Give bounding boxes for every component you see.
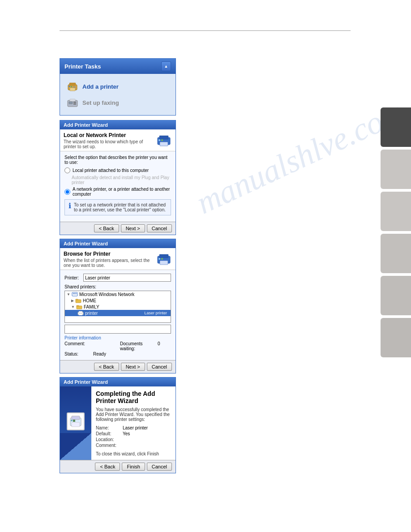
wizard-1-radio-network[interactable]: A network printer, or a printer attached…	[64, 187, 171, 197]
wizard-1-footer: < Back Next > Cancel	[60, 222, 176, 235]
printer-tasks-body: Add a printer Set up faxing	[60, 74, 176, 115]
printer-tasks-header: Printer Tasks	[60, 59, 176, 74]
printer-info-grid: Comment: Documents waiting: 0 Status: Re…	[64, 341, 171, 356]
wizard-1-subtitle: Local or Network Printer	[64, 132, 156, 138]
svg-rect-11	[73, 104, 76, 105]
top-divider	[60, 30, 351, 31]
right-tab-6[interactable]	[381, 318, 411, 357]
setup-fax-icon	[66, 96, 79, 109]
main-content: Printer Tasks Add a printer	[60, 58, 242, 473]
wizard-1-info-box: ℹ To set up a network printer that is no…	[64, 199, 171, 215]
wizard-3-back-button[interactable]: < Back	[95, 463, 120, 471]
expand-icon: ▼	[67, 292, 70, 296]
wizard-1-back-button[interactable]: < Back	[94, 224, 119, 232]
wizard-panel-2: Add Printer Wizard Browse for Printer Wh…	[60, 239, 176, 373]
wizard-2-subdesc: When the list of printers appears, selec…	[64, 258, 156, 268]
settings-comment-row: Comment:	[96, 443, 171, 448]
tree-item-family[interactable]: ▼ FAMILY	[65, 304, 171, 310]
radio-local-input[interactable]	[64, 167, 70, 173]
network-icon	[72, 292, 78, 297]
printer-name-row: Printer:	[64, 274, 171, 282]
svg-rect-26	[76, 293, 77, 294]
settings-default-row: Default: Yes	[96, 431, 171, 436]
svg-rect-16	[161, 139, 163, 141]
right-tab-4[interactable]	[381, 234, 411, 273]
setup-fax-task[interactable]: Set up faxing	[65, 94, 170, 111]
wizard-1-radio-autodetect[interactable]: Automatically detect and install my Plug…	[64, 175, 171, 185]
tree-family-label: FAMILY	[84, 305, 99, 309]
add-printer-task[interactable]: Add a printer	[65, 78, 170, 94]
completing-settings: Name: Laser printer Default: Yes Locatio…	[96, 425, 171, 448]
svg-rect-37	[73, 420, 75, 422]
printer-info-section: Printer information Comment: Documents w…	[64, 335, 171, 356]
wizard-panel-1: Add Printer Wizard Local or Network Prin…	[60, 120, 176, 235]
printer-tasks-panel: Printer Tasks Add a printer	[60, 58, 176, 116]
wizard-2-back-button[interactable]: < Back	[94, 363, 119, 371]
wizard-1-printer-icon	[156, 132, 172, 149]
wizard-2-next-button[interactable]: Next >	[121, 363, 145, 371]
info-icon: ℹ	[68, 202, 71, 210]
expand-home-icon: ▶	[71, 299, 74, 303]
svg-rect-15	[160, 142, 168, 146]
wizard-2-cancel-button[interactable]: Cancel	[147, 363, 172, 371]
svg-rect-33	[79, 313, 82, 315]
add-printer-icon	[66, 80, 79, 93]
svg-rect-3	[71, 86, 72, 87]
svg-rect-30	[77, 305, 79, 306]
wizard-1-subdesc: The wizard needs to know which type of p…	[64, 139, 156, 149]
wizard-3-sidebar	[60, 386, 91, 460]
tree-item-home[interactable]: ▶ HOME	[65, 297, 171, 304]
completing-title: Completing the Add Printer Wizard	[96, 390, 171, 404]
svg-rect-4	[73, 86, 76, 87]
completing-sidebar-icon	[67, 412, 85, 430]
tree-home-label: HOME	[83, 298, 96, 303]
radio-network-label: A network printer, or a printer attached…	[73, 187, 171, 197]
wizard-1-header: Add Printer Wizard	[60, 120, 176, 129]
svg-rect-14	[159, 136, 168, 139]
svg-rect-2	[70, 88, 75, 91]
wizard-1-next-button[interactable]: Next >	[121, 224, 145, 232]
settings-location-label: Location:	[96, 437, 121, 442]
settings-default-label: Default:	[96, 431, 121, 436]
tree-network-label: Microsoft Windows Network	[79, 292, 134, 297]
wizard-3-cancel-button[interactable]: Cancel	[147, 463, 172, 471]
printer-tasks-title: Printer Tasks	[64, 63, 101, 70]
printer-field-label: Printer:	[64, 275, 81, 280]
svg-rect-8	[69, 102, 73, 104]
right-tab-3[interactable]	[381, 192, 411, 231]
add-printer-label: Add a printer	[82, 83, 119, 90]
right-tab-group	[381, 107, 411, 357]
settings-location-row: Location:	[96, 437, 171, 442]
svg-rect-20	[160, 261, 168, 265]
svg-rect-28	[76, 299, 78, 300]
svg-rect-35	[72, 416, 80, 420]
svg-rect-10	[73, 103, 76, 104]
wizard-1-body: Select the option that describes the pri…	[60, 151, 176, 222]
right-tab-1[interactable]	[381, 107, 411, 147]
wizard-3-content: Completing the Add Printer Wizard You ha…	[91, 386, 176, 460]
tree-item-printer[interactable]: printer Laser printer	[65, 310, 171, 316]
tasks-collapse-button[interactable]	[161, 61, 171, 71]
settings-comment-label: Comment:	[96, 443, 121, 448]
wizard-2-body: Printer: Shared printers: ▼	[60, 270, 176, 360]
right-tab-5[interactable]	[381, 276, 411, 315]
wizard-3-finish-button[interactable]: Finish	[122, 463, 145, 471]
printer-info-link[interactable]: Printer information	[64, 335, 171, 340]
settings-name-label: Name:	[96, 425, 121, 430]
tree-item-network[interactable]: ▼ Microsoft Windows Network	[65, 291, 171, 297]
wizard-2-subtitle: Browse for Printer	[64, 251, 156, 257]
printer-name-input[interactable]	[83, 274, 171, 282]
setup-fax-label: Set up faxing	[82, 99, 119, 106]
tree-printer-icon	[77, 310, 84, 316]
right-tab-2[interactable]	[381, 150, 411, 189]
wizard-1-radio-local[interactable]: Local printer attached to this computer	[64, 167, 171, 173]
wizard-1-cancel-button[interactable]: Cancel	[147, 224, 172, 232]
settings-default-value: Yes	[123, 431, 130, 436]
svg-rect-21	[161, 258, 163, 260]
wizard-1-radio-group: Local printer attached to this computer …	[64, 167, 171, 197]
wizard-2-header: Add Printer Wizard	[60, 239, 176, 248]
radio-network-input[interactable]	[64, 189, 70, 195]
printer-tree-extra	[64, 325, 171, 334]
completing-close-text: To close this wizard, click Finish	[96, 451, 171, 456]
completing-desc: You have successfully completed the Add …	[96, 407, 171, 422]
